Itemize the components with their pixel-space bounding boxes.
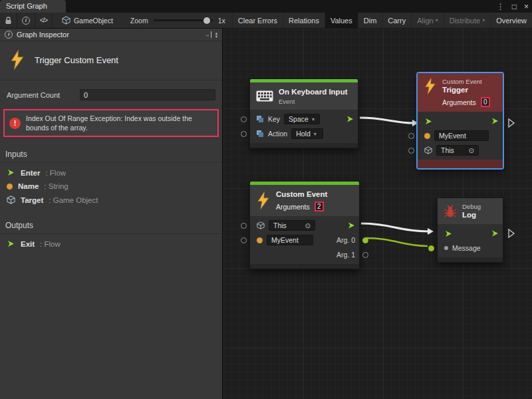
window-controls: ⋮ □ × — [497, 0, 529, 13]
flow-output-port[interactable] — [346, 115, 354, 124]
action-label: Action — [268, 130, 287, 138]
bug-icon — [444, 205, 457, 218]
unit-title-block: Trigger Custom Event — [0, 41, 222, 80]
lock-icon[interactable] — [0, 13, 17, 28]
lightning-bolt-icon — [256, 192, 271, 209]
chevron-down-icon: ▾ — [436, 17, 438, 23]
arguments-count-badge[interactable]: 2 — [315, 201, 324, 211]
node-on-keyboard-input[interactable]: On Keyboard Input Event Key Space▾ — [249, 78, 358, 148]
maximize-icon[interactable]: □ — [512, 2, 517, 11]
cube-icon — [424, 146, 432, 154]
object-picker-icon[interactable]: ⊙ — [305, 222, 311, 229]
flow-output-port[interactable] — [347, 221, 356, 230]
relations-button[interactable]: Relations — [283, 13, 325, 28]
align-button[interactable]: Align▾ — [411, 13, 443, 28]
zoom-slider[interactable] — [154, 19, 213, 21]
close-icon[interactable]: × — [524, 2, 529, 11]
flow-output-port[interactable] — [491, 229, 499, 238]
flow-input-port[interactable] — [444, 229, 453, 238]
flow-row — [418, 114, 503, 128]
string-port-icon — [424, 133, 430, 139]
graph-toolbar: i </> GameObject Zoom 1x Clear Errors Re… — [0, 13, 532, 29]
tab-script-graph[interactable]: Script Graph — [0, 0, 66, 13]
node-debug-log[interactable]: Debug Log Message — [437, 198, 503, 263]
node-title: Trigger — [442, 85, 490, 94]
input-port-name: Name : String — [0, 180, 222, 193]
node-subtitle: Event — [279, 98, 348, 105]
target-object-field[interactable]: This⊙ — [269, 220, 315, 231]
chevron-down-icon: ▾ — [482, 17, 485, 23]
values-button[interactable]: Values — [325, 13, 358, 28]
action-dropdown[interactable]: Hold▾ — [291, 128, 323, 139]
error-icon: ! — [9, 118, 21, 129]
target-row: This⊙ — [418, 143, 503, 158]
node-trigger-custom-event[interactable]: Custom Event Trigger Arguments 0 — [417, 72, 503, 169]
arg0-output-port[interactable] — [362, 237, 368, 243]
arg1-label: Arg. 1 — [336, 251, 355, 259]
dock-icon[interactable]: → — [203, 31, 211, 38]
flow-output-port[interactable] — [491, 117, 499, 126]
target-input-port[interactable] — [241, 223, 247, 229]
target-row: This⊙ — [250, 218, 359, 233]
target-object-field[interactable]: This⊙ — [436, 145, 479, 156]
outputs-section-header: Outputs — [0, 212, 222, 234]
dim-button[interactable]: Dim — [358, 13, 382, 28]
target-input-port[interactable] — [408, 148, 414, 154]
gameobject-icon — [62, 16, 70, 25]
flow-row — [438, 226, 503, 241]
enum-icon — [257, 130, 264, 138]
node-header: Debug Log — [438, 198, 503, 224]
collapse-expand-icon[interactable]: ▴▾ — [215, 31, 217, 38]
arg1-output-port[interactable] — [362, 252, 368, 258]
info-icon[interactable]: i — [17, 13, 35, 28]
node-play-indicator — [507, 118, 515, 128]
wire-arg0-to-message — [366, 238, 428, 246]
arguments-count-badge[interactable]: 0 — [481, 97, 490, 107]
zoom-slider-knob[interactable] — [203, 17, 210, 24]
node-category: Debug — [462, 203, 481, 210]
action-input-port[interactable] — [241, 131, 247, 137]
distribute-button[interactable]: Distribute▾ — [444, 13, 490, 28]
message-label: Message — [452, 244, 481, 252]
graph-canvas[interactable]: On Keyboard Input Event Key Space▾ — [223, 29, 532, 399]
object-picker-icon[interactable]: ⊙ — [469, 147, 474, 154]
unity-script-graph-window: Script Graph ⋮ □ × i </> GameObject Zoom… — [0, 0, 532, 399]
node-header: On Keyboard Input Event — [250, 82, 358, 110]
event-name-field[interactable]: MyEvent — [267, 235, 313, 245]
argument-count-label: Argument Count — [7, 91, 80, 99]
argument-count-row: Argument Count — [0, 80, 222, 102]
node-title: On Keyboard Input — [279, 87, 348, 96]
value-port-icon — [444, 246, 448, 250]
key-input-port[interactable] — [241, 116, 247, 122]
argument-count-input[interactable] — [80, 89, 215, 100]
name-input-port[interactable] — [408, 133, 414, 139]
message-input-port[interactable] — [428, 245, 434, 251]
wire-keyboard-to-trigger — [360, 118, 414, 123]
flow-input-port[interactable] — [424, 117, 433, 126]
key-dropdown[interactable]: Space▾ — [284, 114, 320, 124]
message-row: Message — [438, 241, 503, 255]
event-name-field[interactable]: MyEvent — [434, 130, 489, 141]
name-input-port[interactable] — [241, 237, 247, 243]
flow-arrow-icon — [7, 239, 15, 248]
error-message-box: ! Index Out Of Range Exception: Index wa… — [3, 109, 219, 137]
arg1-row: Arg. 1 — [250, 247, 359, 262]
key-label: Key — [268, 115, 280, 123]
keyboard-icon — [256, 90, 273, 102]
kebab-menu-icon[interactable]: ⋮ — [497, 2, 505, 11]
string-port-icon — [7, 184, 13, 190]
clear-errors-button[interactable]: Clear Errors — [232, 13, 283, 28]
code-view-icon[interactable]: </> — [35, 13, 52, 28]
info-icon: i — [5, 31, 13, 39]
arg0-label: Arg. 0 — [336, 236, 355, 244]
inputs-section-header: Inputs — [0, 141, 222, 163]
overview-button[interactable]: Overview — [490, 13, 532, 28]
carry-button[interactable]: Carry — [382, 13, 411, 28]
wire-arrowhead — [428, 228, 434, 235]
arguments-row: Arguments 2 — [276, 201, 327, 211]
input-port-enter: Enter : Flow — [0, 166, 222, 180]
cube-icon — [257, 221, 265, 229]
node-footer — [438, 257, 503, 262]
gameobject-label[interactable]: GameObject — [74, 17, 113, 25]
node-custom-event[interactable]: Custom Event Arguments 2 This⊙ — [249, 181, 360, 269]
